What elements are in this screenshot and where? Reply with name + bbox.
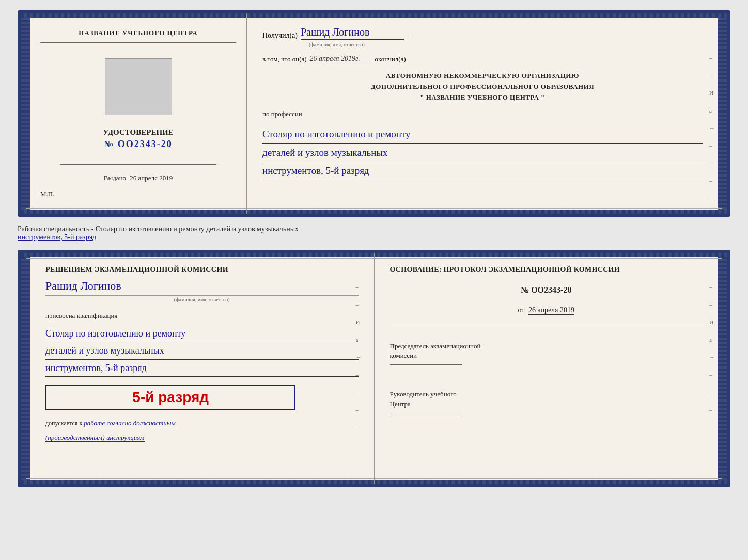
- doc-type-label: УДОСТОВЕРЕНИЕ: [103, 128, 174, 137]
- fio-sub-bottom: (фамилия, имя, отчество): [45, 295, 359, 302]
- org-name-top: НАЗВАНИЕ УЧЕБНОГО ЦЕНТРА: [40, 29, 236, 43]
- cert-spine-left: [21, 13, 30, 214]
- side-marks-br: – – И а ← – – –: [709, 284, 715, 413]
- poluchil-dash: –: [409, 31, 413, 40]
- side-mark-back: ←: [709, 125, 715, 131]
- profession-section: Столяр по изготовлению и ремонту деталей…: [262, 125, 703, 180]
- info-text-block: Рабочая специальность - Столяр по изгото…: [18, 223, 730, 244]
- protocol-number: № OO2343-20: [390, 285, 703, 295]
- kvalif-line3: инструментов, 5-й разряд: [45, 360, 359, 377]
- vtom-row: в том, что он(а) 26 апреля 2019г. окончи…: [262, 55, 703, 63]
- osnovanie-label: Основание: протокол экзаменационной коми…: [390, 266, 703, 274]
- sm-bl-6: –: [356, 424, 362, 430]
- person-section: Рашид Логинов (фамилия, имя, отчество): [45, 279, 359, 302]
- person-name: Рашид Логинов: [45, 279, 359, 294]
- cert-number: № OO2343-20: [104, 139, 173, 150]
- po-professii-label: по профессии: [262, 110, 703, 118]
- rukovoditel-section: Руководитель учебного Центра: [390, 381, 703, 413]
- org-text-block: АВТОНОМНУЮ НЕКОММЕРЧЕСКУЮ ОРГАНИЗАЦИЮ ДО…: [262, 71, 703, 103]
- sm-bl-a: а: [356, 337, 362, 343]
- kvalif-line1: Столяр по изготовлению и ремонту: [45, 325, 359, 342]
- dopuskaetsya-italic: работе согласно должностным: [84, 419, 176, 427]
- profession-line3: инструментов, 5-й разряд: [262, 162, 703, 180]
- sm-bl-5: –: [356, 407, 362, 413]
- sm-bl-и: И: [356, 319, 362, 325]
- separator: [390, 325, 703, 325]
- dopuskaetsya-italic2-text: (производственным) инструкциям: [45, 434, 145, 442]
- photo-placeholder: [105, 58, 172, 115]
- sm-bl-3: –: [356, 372, 362, 378]
- side-mark-3: –: [709, 142, 715, 149]
- dopuskaetsya-prefix: допускается к: [45, 420, 82, 427]
- vtom-date: 26 апреля 2019г.: [310, 55, 372, 63]
- sm-bl-2: –: [356, 301, 362, 308]
- profession-line1: Столяр по изготовлению и ремонту: [262, 125, 703, 143]
- cert-spine-left-bottom: [21, 253, 30, 484]
- vydano-label: Выдано: [104, 174, 126, 182]
- vydano-date: 26 апреля 2019: [130, 174, 173, 182]
- sm-br-3: –: [709, 372, 715, 378]
- info-prefix: Рабочая специальность - Столяр по изгото…: [18, 225, 299, 233]
- side-marks: – – И а ← – – – –: [709, 55, 715, 201]
- chairman-section: Председатель экзаменационной комиссии: [390, 335, 703, 365]
- chairman-text: Председатель экзаменационной комиссии: [390, 342, 481, 359]
- poluchil-row: Получил(а) Рашид Логинов –: [262, 26, 703, 40]
- info-underline: инструментов, 5-й разряд: [18, 233, 96, 241]
- org-line2: ДОПОЛНИТЕЛЬНОГО ПРОФЕССИОНАЛЬНОГО ОБРАЗО…: [262, 82, 703, 92]
- org-line1: АВТОНОМНУЮ НЕКОММЕРЧЕСКУЮ ОРГАНИЗАЦИЮ: [262, 71, 703, 82]
- side-mark-и: И: [709, 90, 715, 96]
- fio-label-top: (фамилия, имя, отчество): [309, 42, 730, 47]
- sm-bl-4: –: [356, 389, 362, 395]
- sm-br-1: –: [709, 284, 715, 290]
- poluchil-section: Получил(а) Рашид Логинов – (фамилия, имя…: [262, 26, 703, 47]
- ot-date: 26 апреля 2019: [528, 306, 574, 315]
- rukovoditel-text: Руководитель учебного Центра: [390, 390, 457, 407]
- side-marks-bl: – – И а ← – – – –: [356, 284, 362, 430]
- rukovoditel-signature-line: [390, 413, 462, 413]
- profession-line2: деталей и узлов музыкальных: [262, 144, 703, 162]
- side-mark-4: –: [709, 160, 715, 166]
- resheniem-label: Решением экзаменационной комиссии: [45, 266, 359, 274]
- razryad-text: 5-й разряд: [53, 389, 288, 406]
- kvalif-line2: деталей и узлов музыкальных: [45, 342, 359, 359]
- sm-br-2: –: [709, 301, 715, 308]
- bottom-certificate: Решением экзаменационной комиссии Рашид …: [18, 250, 730, 487]
- sm-br-back: ←: [709, 354, 715, 360]
- sm-br-a: а: [709, 337, 715, 343]
- cert-spine-right-bottom: [718, 253, 727, 484]
- sm-bl-1: –: [356, 284, 362, 290]
- sm-bl-back: ←: [356, 354, 362, 360]
- ot-label: от: [518, 306, 524, 314]
- poluchil-label: Получил(а): [262, 31, 298, 40]
- vydano-row: Выдано 26 апреля 2019: [104, 174, 173, 182]
- sm-br-4: –: [709, 389, 715, 395]
- top-certificate: НАЗВАНИЕ УЧЕБНОГО ЦЕНТРА УДОСТОВЕРЕНИЕ №…: [18, 10, 730, 217]
- chairman-label: Председатель экзаменационной комиссии: [390, 342, 703, 360]
- poluchil-name: Рашид Логинов: [301, 26, 404, 40]
- mp-label: М.П.: [40, 182, 54, 198]
- cert-top-right-panel: Получил(а) Рашид Логинов – (фамилия, имя…: [247, 13, 718, 214]
- cert-bottom-right-panel: Основание: протокол экзаменационной коми…: [375, 253, 719, 484]
- cert-bottom-left-panel: Решением экзаменационной комиссии Рашид …: [30, 253, 375, 484]
- side-mark-2: –: [709, 72, 715, 78]
- rukovoditel-label: Руководитель учебного Центра: [390, 390, 703, 408]
- razryad-box: 5-й разряд: [45, 385, 295, 410]
- dopuskaetsya-italic2: (производственным) инструкциям: [45, 433, 359, 442]
- prisvoena-label: присвоена квалификация: [45, 312, 359, 320]
- org-line3: " НАЗВАНИЕ УЧЕБНОГО ЦЕНТРА ": [262, 92, 703, 103]
- side-mark-6: –: [709, 195, 715, 201]
- divider-line: [60, 164, 216, 165]
- sm-br-5: –: [709, 407, 715, 413]
- cert-top-left-panel: НАЗВАНИЕ УЧЕБНОГО ЦЕНТРА УДОСТОВЕРЕНИЕ №…: [30, 13, 247, 214]
- side-mark-1: –: [709, 55, 715, 61]
- side-mark-5: –: [709, 178, 715, 184]
- ot-date-row: от 26 апреля 2019: [390, 306, 703, 314]
- kvalif-section: Столяр по изготовлению и ремонту деталей…: [45, 325, 359, 377]
- sm-br-и: И: [709, 319, 715, 325]
- chairman-signature-line: [390, 364, 462, 365]
- okonchil-label: окончил(а): [375, 55, 406, 63]
- dopuskaetsya-section: допускается к работе согласно должностны…: [45, 419, 359, 427]
- vtom-label: в том, что он(а): [262, 55, 307, 63]
- side-mark-a: а: [709, 107, 715, 114]
- cert-spine-right: [718, 13, 727, 214]
